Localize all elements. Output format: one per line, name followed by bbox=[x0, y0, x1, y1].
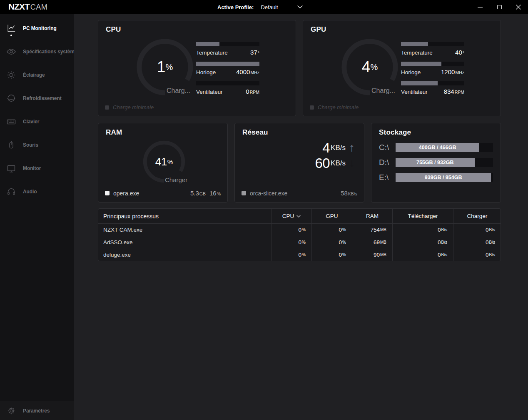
mouse-icon bbox=[6, 140, 16, 150]
drive-letter: E:\ bbox=[379, 173, 396, 182]
legend-square-icon bbox=[105, 105, 109, 110]
upload-rate: 4 KB/s ↑ bbox=[315, 140, 357, 155]
sun-icon bbox=[6, 70, 16, 80]
sidebar-item-eclairage[interactable]: Éclairage bbox=[0, 63, 74, 87]
active-profile-value: Default bbox=[261, 4, 278, 10]
gpu-stats: Température40° Horloge1200MHz Ventilateu… bbox=[401, 42, 464, 101]
chevron-down-icon bbox=[297, 5, 303, 9]
upload-arrow-icon: ↑ bbox=[346, 142, 357, 153]
sidebar-item-label: Clavier bbox=[23, 119, 39, 125]
drive-letter: D:\ bbox=[379, 158, 396, 167]
maximize-icon bbox=[497, 5, 502, 9]
sidebar-nav: PC Monitoring Spécifications système Écl… bbox=[0, 14, 74, 203]
gpu-stat-fan: Ventilateur834RPM bbox=[401, 81, 464, 96]
cpu-legend-charge-minimale: Charge minimale bbox=[105, 104, 154, 110]
sidebar-item-monitor[interactable]: Monitor bbox=[0, 157, 74, 180]
header-ram[interactable]: RAM bbox=[352, 209, 392, 223]
drive-letter: C:\ bbox=[379, 143, 396, 152]
monitor-icon bbox=[6, 163, 16, 173]
maximize-button[interactable] bbox=[490, 0, 509, 14]
storage-drives: C:\ 400GB / 466GB D:\ 755GB / 932GB E:\ … bbox=[379, 142, 493, 188]
sidebar-item-label: Souris bbox=[23, 142, 38, 148]
drive-usage-bar: 755GB / 932GB bbox=[396, 158, 493, 167]
header-cpu-sort[interactable]: CPU bbox=[271, 209, 311, 223]
cooler-icon bbox=[6, 93, 16, 103]
app-logo: NZXT CAM bbox=[8, 2, 47, 12]
header-gpu[interactable]: GPU bbox=[311, 209, 352, 223]
sidebar-item-clavier[interactable]: Clavier bbox=[0, 110, 74, 133]
cpu-clock-bar bbox=[196, 62, 259, 66]
minimize-icon bbox=[478, 7, 483, 8]
drive-usage-bar: 939GB / 954GB bbox=[396, 173, 493, 182]
cpu-load-series-label: Charg... bbox=[167, 87, 190, 95]
drive-usage-bar: 400GB / 466GB bbox=[396, 143, 493, 152]
drive-usage-text: 400GB / 466GB bbox=[419, 145, 456, 150]
header-process-name: Principaux processus bbox=[98, 209, 271, 223]
ram-card-title: RAM bbox=[106, 128, 122, 137]
drive-usage-text: 755GB / 932GB bbox=[416, 160, 454, 165]
gpu-card-title: GPU bbox=[311, 25, 326, 34]
process-table-row: deluge.exe 0% 0% 90MB 0B/s 0B/s bbox=[98, 248, 501, 261]
sidebar-item-pc-monitoring[interactable]: PC Monitoring bbox=[0, 17, 74, 40]
header-upload[interactable]: Charger bbox=[453, 209, 501, 223]
sidebar-item-label: PC Monitoring bbox=[23, 25, 57, 31]
gpu-fan-bar bbox=[401, 81, 464, 85]
drive-row-e: E:\ 939GB / 954GB bbox=[379, 172, 493, 182]
sidebar-item-label: Audio bbox=[23, 189, 37, 195]
process-bullet-icon bbox=[242, 191, 246, 195]
close-button[interactable] bbox=[509, 0, 528, 14]
network-card-title: Réseau bbox=[242, 128, 268, 137]
sidebar-item-label: Refroidissement bbox=[23, 95, 62, 101]
gpu-legend-charge-minimale: Charge minimale bbox=[310, 104, 359, 110]
active-profile-dropdown[interactable]: Active Profile: Default bbox=[217, 0, 303, 14]
eye-icon bbox=[6, 47, 16, 57]
process-memory-usage: 5.3GB16% bbox=[190, 190, 221, 197]
gpu-clock-bar bbox=[401, 62, 464, 66]
sidebar-item-refroidissement[interactable]: Refroidissement bbox=[0, 87, 74, 110]
sidebar-item-specifications-systeme[interactable]: Spécifications système bbox=[0, 40, 74, 63]
gpu-load-series-label: Charg... bbox=[371, 87, 395, 95]
process-table-row: NZXT CAM.exe 0% 0% 754MB 0B/s 0B/s bbox=[98, 224, 501, 236]
process-name: opera.exe bbox=[113, 190, 139, 197]
ram-card: RAM 41 % Charger opera.exe 5.3GB16% bbox=[98, 123, 228, 202]
sidebar-item-parametres[interactable]: Paramètres bbox=[0, 401, 74, 420]
window-controls bbox=[471, 0, 528, 14]
ram-load-series-label: Charger bbox=[165, 176, 187, 183]
sidebar-item-audio[interactable]: Audio bbox=[0, 180, 74, 203]
brand-nzxt: NZXT bbox=[8, 2, 30, 12]
ram-top-process: opera.exe 5.3GB16% bbox=[105, 190, 221, 197]
active-profile-label: Active Profile: bbox=[217, 4, 254, 10]
storage-card-title: Stockage bbox=[379, 128, 411, 137]
process-table-row: AdSSO.exe 0% 0% 69MB 0B/s 0B/s bbox=[98, 236, 501, 249]
sort-chevron-down-icon bbox=[296, 215, 301, 218]
cpu-card-title: CPU bbox=[106, 25, 121, 34]
close-icon bbox=[516, 5, 521, 10]
cpu-temperature-bar bbox=[196, 42, 259, 46]
sidebar-item-label: Monitor bbox=[23, 165, 41, 171]
process-name: orca-slicer.exe bbox=[250, 190, 287, 197]
gear-icon bbox=[6, 406, 16, 416]
cpu-stat-fan: Ventilateur0RPM bbox=[196, 81, 259, 96]
gpu-card: GPU 4 % Charg... Température40° Horloge1… bbox=[303, 20, 501, 116]
cpu-stat-clock: Horloge4000MHz bbox=[196, 62, 259, 77]
sidebar-item-label: Spécifications système bbox=[23, 49, 77, 55]
top-processes-card: Principaux processus CPU GPU RAM Télécha… bbox=[98, 208, 501, 261]
drive-usage-text: 939GB / 954GB bbox=[425, 175, 462, 180]
cpu-stat-temperature: Température37° bbox=[196, 42, 259, 57]
sidebar-item-label: Paramètres bbox=[23, 408, 50, 414]
sidebar: PC Monitoring Spécifications système Écl… bbox=[0, 14, 74, 420]
header-download[interactable]: Télécharger bbox=[392, 209, 453, 223]
cpu-fan-bar bbox=[196, 81, 259, 85]
cpu-stats: Température37° Horloge4000MHz Ventilateu… bbox=[196, 42, 259, 101]
sidebar-item-souris[interactable]: Souris bbox=[0, 133, 74, 157]
cpu-card: CPU 1 % Charg... Température37° Horloge4… bbox=[98, 20, 296, 116]
keyboard-icon bbox=[6, 117, 16, 127]
gpu-temperature-bar bbox=[401, 42, 464, 46]
brand-cam: CAM bbox=[30, 3, 48, 12]
download-arrow-icon: ↓ bbox=[346, 158, 357, 169]
network-rates: 4 KB/s ↑ 60 KB/s ↓ bbox=[315, 140, 357, 171]
title-bar: NZXT CAM Active Profile: Default bbox=[0, 0, 528, 14]
download-rate: 60 KB/s ↓ bbox=[315, 155, 357, 171]
active-indicator-dot bbox=[10, 35, 12, 36]
minimize-button[interactable] bbox=[471, 0, 490, 14]
